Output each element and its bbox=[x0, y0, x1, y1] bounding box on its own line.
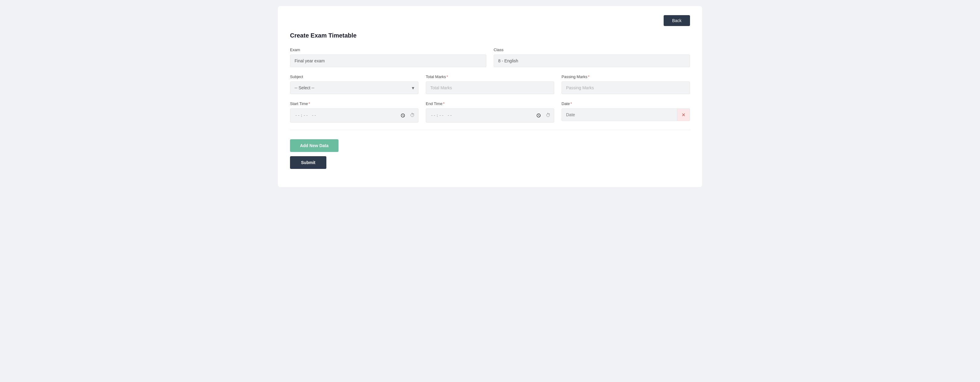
end-time-wrapper: ⏱ bbox=[426, 108, 554, 123]
end-time-group: End Time* ⏱ bbox=[426, 101, 554, 123]
page-wrapper: Back Create Exam Timetable Exam Final ye… bbox=[278, 6, 702, 187]
total-marks-group: Total Marks* bbox=[426, 74, 554, 94]
subject-marks-row: Subject -- Select -- Total Marks* Passin… bbox=[290, 74, 690, 94]
date-group: Date* ✕ bbox=[562, 101, 690, 123]
required-star: * bbox=[446, 74, 448, 79]
class-group: Class 8 - English bbox=[494, 48, 690, 67]
exam-group: Exam Final year exam bbox=[290, 48, 486, 67]
exam-label: Exam bbox=[290, 48, 486, 52]
subject-select-wrapper: -- Select -- bbox=[290, 81, 418, 94]
top-bar: Back bbox=[290, 15, 690, 26]
date-input[interactable] bbox=[562, 108, 677, 121]
back-button[interactable]: Back bbox=[663, 15, 690, 26]
date-clear-button[interactable]: ✕ bbox=[677, 108, 690, 121]
end-time-label: End Time* bbox=[426, 101, 554, 106]
subject-label: Subject bbox=[290, 74, 418, 79]
subject-group: Subject -- Select -- bbox=[290, 74, 418, 94]
start-time-label: Start Time* bbox=[290, 101, 418, 106]
required-star-end: * bbox=[443, 101, 445, 106]
date-label: Date* bbox=[562, 101, 690, 106]
time-date-row: Start Time* ⏱ End Time* ⏱ Date* ✕ bbox=[290, 101, 690, 123]
date-input-wrapper: ✕ bbox=[562, 108, 690, 121]
exam-class-row: Exam Final year exam Class 8 - English bbox=[290, 48, 690, 67]
start-time-input[interactable] bbox=[290, 108, 418, 123]
total-marks-input[interactable] bbox=[426, 81, 554, 94]
page-title: Create Exam Timetable bbox=[290, 32, 690, 39]
class-label: Class bbox=[494, 48, 690, 52]
start-time-group: Start Time* ⏱ bbox=[290, 101, 418, 123]
passing-marks-label: Passing Marks* bbox=[562, 74, 690, 79]
start-time-wrapper: ⏱ bbox=[290, 108, 418, 123]
end-time-input[interactable] bbox=[426, 108, 554, 123]
required-star-passing: * bbox=[588, 74, 589, 79]
class-value: 8 - English bbox=[494, 54, 690, 67]
required-star-start: * bbox=[309, 101, 310, 106]
add-new-button[interactable]: Add New Data bbox=[290, 139, 339, 152]
exam-value: Final year exam bbox=[290, 54, 486, 67]
subject-select[interactable]: -- Select -- bbox=[290, 81, 418, 94]
passing-marks-input[interactable] bbox=[562, 81, 690, 94]
submit-button[interactable]: Submit bbox=[290, 156, 326, 169]
required-star-date: * bbox=[570, 101, 572, 106]
passing-marks-group: Passing Marks* bbox=[562, 74, 690, 94]
total-marks-label: Total Marks* bbox=[426, 74, 554, 79]
